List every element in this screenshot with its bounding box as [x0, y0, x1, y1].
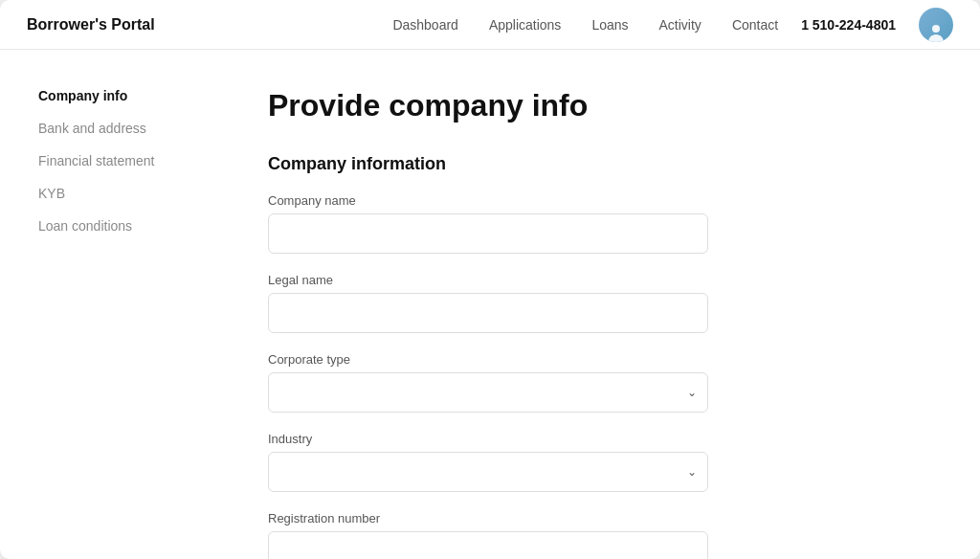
sidebar-item-company-info[interactable]: Company info: [38, 88, 188, 103]
sidebar-item-loan-conditions[interactable]: Loan conditions: [38, 218, 188, 234]
header: Borrower's Portal Dashboard Applications…: [0, 0, 980, 50]
nav-activity[interactable]: Activity: [659, 17, 702, 33]
avatar-image: [919, 8, 953, 42]
svg-point-0: [932, 25, 940, 33]
app-window: Borrower's Portal Dashboard Applications…: [0, 0, 980, 559]
sidebar-item-bank-address[interactable]: Bank and address: [38, 121, 188, 136]
section-title: Company information: [268, 154, 923, 174]
phone-number: 1 510-224-4801: [801, 17, 896, 33]
company-name-group: Company name: [268, 193, 923, 254]
avatar[interactable]: [919, 8, 953, 42]
main-nav: Dashboard Applications Loans Activity: [392, 17, 702, 33]
industry-group: Industry ⌄: [268, 432, 923, 492]
industry-select[interactable]: [268, 452, 708, 492]
registration-number-group: Registration number: [268, 511, 923, 559]
nav-dashboard[interactable]: Dashboard: [392, 17, 458, 33]
registration-number-label: Registration number: [268, 511, 923, 525]
corporate-type-wrapper: ⌄: [268, 372, 708, 413]
nav-applications[interactable]: Applications: [489, 17, 562, 33]
nav-loans[interactable]: Loans: [591, 17, 628, 33]
corporate-type-group: Corporate type ⌄: [268, 352, 923, 413]
logo: Borrower's Portal: [27, 16, 155, 34]
page-title: Provide company info: [268, 88, 923, 123]
sidebar-item-financial-statement[interactable]: Financial statement: [38, 153, 188, 168]
legal-name-input[interactable]: [268, 293, 708, 333]
legal-name-label: Legal name: [268, 273, 923, 287]
avatar-person-icon: [925, 21, 947, 42]
header-right: Contact 1 510-224-4801: [732, 8, 953, 42]
company-name-label: Company name: [268, 193, 923, 208]
legal-name-group: Legal name: [268, 273, 923, 333]
sidebar: Company info Bank and address Financial …: [0, 50, 211, 559]
sidebar-item-kyb[interactable]: KYB: [38, 186, 188, 201]
corporate-type-label: Corporate type: [268, 352, 923, 367]
main-area: Company info Bank and address Financial …: [0, 50, 980, 559]
corporate-type-select[interactable]: [268, 372, 708, 413]
industry-label: Industry: [268, 432, 923, 446]
company-name-input[interactable]: [268, 213, 708, 254]
contact-label: Contact: [732, 17, 778, 33]
content-area: Provide company info Company information…: [211, 50, 980, 559]
registration-number-input[interactable]: [268, 531, 708, 559]
industry-wrapper: ⌄: [268, 452, 708, 492]
